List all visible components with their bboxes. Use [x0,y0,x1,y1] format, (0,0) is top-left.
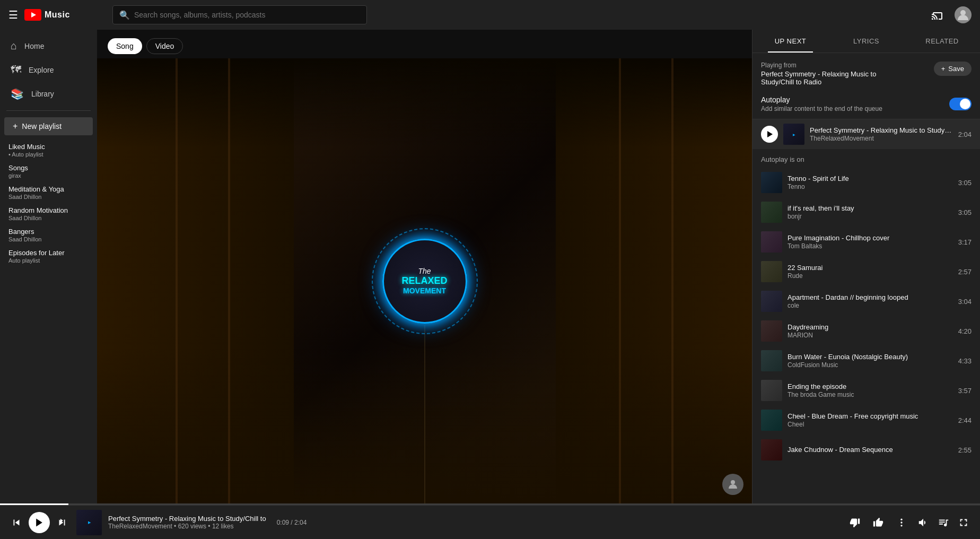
queue-tabs: UP NEXT LYRICS RELATED [752,30,980,53]
more-options-button[interactable] [892,515,911,530]
channel-avatar[interactable] [722,474,743,495]
library-icon: 📚 [11,88,24,100]
queue-track-title: Cheel - Blue Dream - Free copyright musi… [788,412,953,420]
new-playlist-button[interactable]: + New playlist [4,117,93,135]
queue-track-artist: Cheel [788,421,953,428]
queue-track-item[interactable]: 22 Samurai Rude 2:57 [752,257,980,286]
sidebar-item-library[interactable]: 📚 Library [2,82,95,106]
bottom-track-thumb: ▶ [76,510,102,535]
queue-button[interactable] [935,515,951,531]
menu-icon[interactable]: ☰ [8,8,18,21]
sidebar-item-home[interactable]: ⌂ Home [2,34,95,57]
queue-track-item[interactable]: Burn Water - Eunoia (Nostalgic Beauty) C… [752,346,980,376]
svg-point-8 [900,525,902,526]
current-track-title: Perfect Symmetry - Relaxing Music to Stu… [810,126,953,134]
save-button[interactable]: + Save [934,62,972,76]
video-tab-button[interactable]: Video [146,38,183,54]
current-track-artist: TheRelaxedMovement [810,135,953,142]
queue-track-title: Burn Water - Eunoia (Nostalgic Beauty) [788,353,953,361]
sidebar-item-explore[interactable]: 🗺 Explore [2,58,95,81]
play-pause-button[interactable] [29,512,50,533]
queue-track-title: Tenno - Spirit of Life [788,175,953,182]
bottom-track-title: Perfect Symmetry - Relaxing Music to Stu… [108,515,266,523]
tab-lyrics[interactable]: LYRICS [828,30,904,53]
playlist-item-random[interactable]: Random Motivation Saad Dhillon [0,203,97,224]
topbar-right [929,6,972,23]
skip-back-button[interactable] [8,515,24,531]
queue-track-artist: The broda Game music [788,391,953,398]
playlist-item-songs[interactable]: Songs girax [0,161,97,182]
queue-track-info: Jake Chudnow - Dream Sequence [788,446,953,454]
queue-track-item[interactable]: if it's real, then i'll stay bonjr 3:05 [752,197,980,227]
svg-point-6 [900,518,902,520]
queue-track-thumb [761,291,782,312]
like-button[interactable] [869,515,888,530]
queue-track-item[interactable]: Apartment - Dardan // beginning looped c… [752,286,980,316]
queue-track-artist: bonjr [788,213,953,220]
playlist-sub-episodes: Auto playlist [8,257,89,264]
playlist-item-episodes[interactable]: Episodes for Later Auto playlist [0,246,97,267]
queue-track-artist: cole [788,302,953,309]
save-plus-icon: + [941,65,946,73]
playlist-item-meditation[interactable]: Meditation & Yoga Saad Dhillon [0,182,97,203]
plus-icon: + [13,121,18,131]
tab-related[interactable]: RELATED [904,30,980,53]
queue-track-title: Apartment - Dardan // beginning looped [788,293,953,301]
current-track-row: ▶ Perfect Symmetry - Relaxing Music to S… [752,119,980,149]
queue-track-title: Ending the episode [788,382,953,390]
queue-track-item[interactable]: Jake Chudnow - Dream Sequence 2:55 [752,435,980,465]
autoplay-toggle[interactable] [949,98,972,110]
autoplay-title: Autoplay [761,95,882,104]
play-current-button[interactable] [761,126,778,143]
sidebar-label-home: Home [24,42,44,50]
video-background: The RELAXED MOVEMENT [97,58,752,503]
svg-marker-4 [767,131,773,137]
search-icon: 🔍 [119,10,130,20]
queue-track-artist: Tenno [788,183,953,190]
svg-point-3 [731,480,735,484]
new-playlist-label: New playlist [22,122,62,131]
time-display: 0:09 / 2:04 [277,519,307,526]
playback-controls [8,512,70,533]
user-avatar[interactable] [955,6,972,23]
save-label: Save [948,65,964,73]
search-input[interactable] [134,11,360,19]
sidebar-divider [6,110,91,111]
queue-track-item[interactable]: Cheel - Blue Dream - Free copyright musi… [752,405,980,435]
svg-point-2 [960,10,966,15]
skip-forward-button[interactable] [54,515,70,531]
queue-track-artist: Tom Baltaks [788,242,953,250]
queue-track-item[interactable]: Daydreaming MARION 4:20 [752,316,980,346]
search-bar[interactable]: 🔍 [112,5,367,24]
youtube-logo-icon [24,9,41,21]
view-toggle-bar: Song Video [97,30,752,58]
queue-track-info: if it's real, then i'll stay bonjr [788,204,953,220]
queue-track-thumb [761,320,782,342]
queue-track-thumb [761,172,782,193]
fullscreen-button[interactable] [956,515,972,531]
playlist-title-liked: Liked Music [8,143,89,151]
tab-up-next[interactable]: UP NEXT [752,30,828,53]
current-track-thumb: ▶ [783,124,804,145]
bottom-track-info: ▶ Perfect Symmetry - Relaxing Music to S… [76,510,839,535]
explore-icon: 🗺 [11,64,21,76]
queue-track-thumb [761,350,782,371]
queue-track-item[interactable]: Pure Imagination - Chillhop cover Tom Ba… [752,227,980,257]
playlist-sub-random: Saad Dhillon [8,215,89,221]
queue-track-duration: 3:04 [958,298,972,306]
queue-track-item[interactable]: Ending the episode The broda Game music … [752,376,980,405]
progress-bar-track[interactable] [0,503,980,505]
playlist-item-bangers[interactable]: Bangers Saad Dhillon [0,224,97,246]
dislike-button[interactable] [845,515,864,530]
playlist-item-liked[interactable]: Liked Music Auto playlist [0,140,97,161]
queue-track-item[interactable]: Tenno - Spirit of Life Tenno 3:05 [752,168,980,197]
bottom-right-controls [845,515,972,531]
queue-track-thumb [761,410,782,431]
autoplay-info: Autoplay Add similar content to the end … [761,95,882,112]
playlist-title-random: Random Motivation [8,206,89,214]
svg-marker-5 [36,518,42,526]
song-tab-button[interactable]: Song [108,38,142,54]
cast-icon[interactable] [929,6,946,23]
volume-button[interactable] [915,515,931,531]
autoplay-row: Autoplay Add similar content to the end … [752,91,980,119]
